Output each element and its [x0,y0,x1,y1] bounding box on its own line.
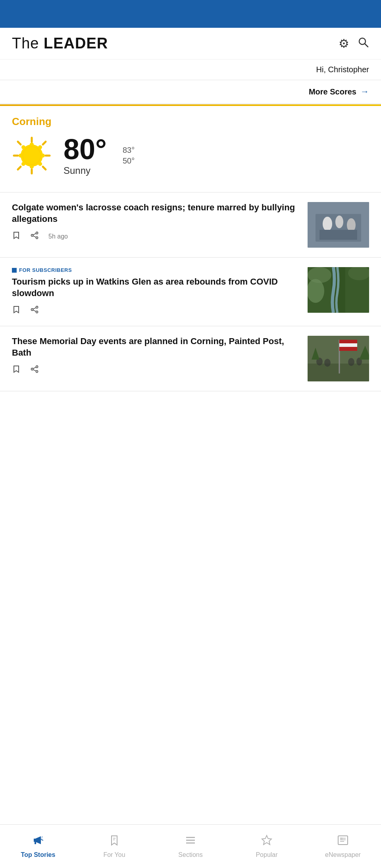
svg-rect-48 [308,364,369,381]
weather-temp-block: 80° Sunny [64,135,107,176]
nav-sections-label: Sections [178,851,202,858]
svg-rect-31 [319,230,357,240]
greeting-text: Hi, Christopher [316,65,369,74]
title-the: The [12,35,39,52]
top-stories-icon [32,834,44,849]
svg-point-14 [19,154,23,158]
svg-line-9 [18,167,21,169]
svg-point-12 [30,142,34,146]
svg-point-55 [324,359,331,367]
svg-point-17 [38,162,42,166]
bookmark-icon[interactable] [12,231,21,242]
svg-point-21 [36,232,38,234]
svg-line-25 [33,236,36,237]
bottom-nav: Top Stories For You Sections [0,824,381,868]
sections-icon [185,834,196,849]
svg-point-13 [30,165,34,169]
svg-rect-51 [339,340,357,343]
article-title[interactable]: Tourism picks up in Watkins Glen as area… [12,276,300,299]
article-time: 5h ago [48,233,68,240]
svg-rect-52 [339,343,357,347]
svg-line-7 [43,167,46,169]
weather-low: 50° [123,156,135,166]
article-title[interactable]: These Memorial Day events are planned in… [12,336,300,358]
greeting-bar: Hi, Christopher [0,60,381,80]
article-actions: 5h ago [12,231,300,242]
article-item: FOR SUBSCRIBERS Tourism picks up in Watk… [0,258,381,326]
bookmark-icon[interactable] [12,365,21,376]
article-content: FOR SUBSCRIBERS Tourism picks up in Watk… [12,267,300,316]
search-icon[interactable] [357,36,369,51]
bookmark-icon[interactable] [12,305,21,316]
svg-point-18 [38,145,42,149]
share-icon[interactable] [30,231,39,242]
article-content: These Memorial Day events are planned in… [12,336,300,376]
svg-line-6 [18,142,21,144]
svg-marker-66 [262,835,271,845]
svg-rect-71 [340,837,343,839]
badge-dot [12,268,17,273]
article-actions [12,305,300,316]
badge-text: FOR SUBSCRIBERS [19,267,72,273]
share-icon[interactable] [30,305,39,316]
title-leader: LEADER [44,35,108,52]
arrow-right-icon: → [360,87,369,97]
svg-point-16 [21,145,25,149]
svg-point-33 [36,311,38,313]
svg-point-29 [335,216,343,228]
settings-icon[interactable]: ⚙ [339,37,349,50]
article-item: These Memorial Day events are planned in… [0,326,381,391]
weather-sun-icon [12,136,52,175]
svg-point-23 [31,235,33,237]
nav-sections[interactable]: Sections [152,834,229,858]
svg-point-22 [36,237,38,239]
spacer [0,391,381,415]
nav-for-you-label: For You [103,851,125,858]
svg-line-8 [43,142,46,144]
svg-line-1 [365,44,368,47]
share-icon[interactable] [30,365,39,376]
top-bar [0,0,381,28]
svg-point-19 [21,162,25,166]
weather-section: Corning [0,106,381,192]
svg-line-24 [33,233,36,235]
weather-hi-lo: 83° 50° [123,146,135,166]
article-title[interactable]: Colgate women's lacrosse coach resigns; … [12,202,300,225]
svg-rect-53 [339,347,357,351]
svg-point-43 [36,371,38,373]
nav-enewspaper[interactable]: eNewspaper [305,834,381,858]
more-scores-button[interactable]: More Scores → [309,87,369,97]
app-title: The LEADER [12,35,108,52]
svg-line-36 [33,310,36,312]
nav-popular[interactable]: Popular [229,834,305,858]
article-image[interactable] [308,202,369,248]
header: The LEADER ⚙ [0,28,381,60]
popular-icon [261,834,273,849]
header-icons: ⚙ [339,36,369,51]
article-badge: FOR SUBSCRIBERS [12,267,300,273]
nav-enewspaper-label: eNewspaper [325,851,361,858]
article-image[interactable] [308,336,369,381]
article-item: Colgate women's lacrosse coach resigns; … [0,192,381,258]
svg-line-45 [33,368,36,369]
svg-point-34 [31,309,33,311]
svg-point-32 [36,306,38,308]
weather-high: 83° [123,146,135,155]
svg-line-46 [33,370,36,371]
svg-point-28 [323,217,332,231]
article-actions [12,365,300,376]
svg-point-42 [36,366,38,368]
svg-line-35 [33,308,36,309]
for-you-icon [108,834,120,849]
nav-popular-label: Popular [256,851,277,858]
weather-city: Corning [12,115,369,128]
svg-rect-67 [338,836,348,845]
svg-point-44 [31,368,33,370]
nav-top-stories[interactable]: Top Stories [0,834,76,858]
nav-for-you[interactable]: For You [76,834,152,858]
nav-top-stories-label: Top Stories [21,851,56,858]
article-content: Colgate women's lacrosse coach resigns; … [12,202,300,242]
svg-point-30 [347,218,356,232]
article-image[interactable] [308,267,369,313]
weather-temperature: 80° [64,135,107,164]
